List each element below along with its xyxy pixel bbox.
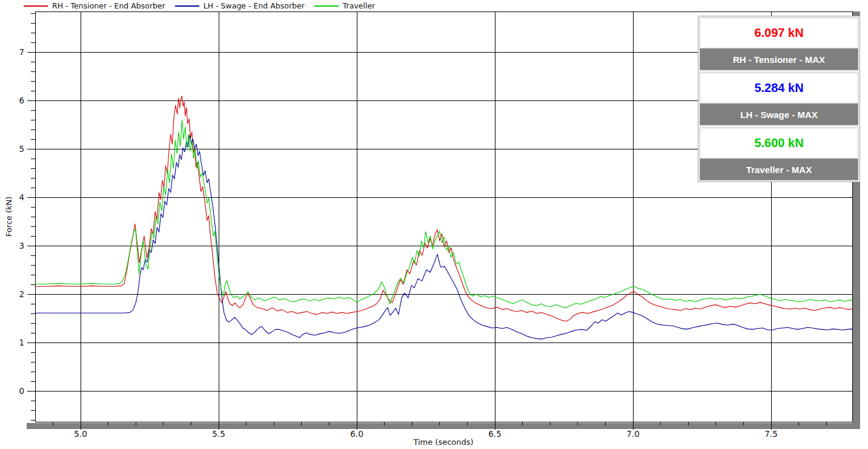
max-value-rh-tensioner: 6.097 kN <box>700 18 858 48</box>
y-tick-label: 2 <box>19 289 24 299</box>
x-tick-label: 7.0 <box>626 429 639 439</box>
max-label-traveller: Traveller - MAX <box>700 159 858 180</box>
max-label-rh-tensioner: RH - Tensioner - MAX <box>700 48 858 70</box>
max-value-lh-swage: 5.284 kN <box>700 73 858 103</box>
max-label-lh-swage: LH - Swage - MAX <box>700 103 858 125</box>
max-value-traveller: 5.600 kN <box>700 128 858 159</box>
max-readouts-panel: 6.097 kN RH - Tensioner - MAX 5.284 kN L… <box>698 16 860 182</box>
max-readout-rh-tensioner: 6.097 kN RH - Tensioner - MAX <box>700 18 858 70</box>
x-axis-title: Time (seconds) <box>413 438 473 447</box>
y-tick-label: 4 <box>19 192 24 202</box>
max-readout-lh-swage: 5.284 kN LH - Swage - MAX <box>700 73 858 125</box>
x-tick-label: 7.5 <box>764 429 777 439</box>
x-tick-label: 6.0 <box>350 429 363 439</box>
x-tick-label: 5.5 <box>212 429 225 439</box>
max-readout-traveller: 5.600 kN Traveller - MAX <box>700 128 858 180</box>
y-tick-label: 7 <box>19 47 24 57</box>
y-tick-label: 6 <box>19 96 24 105</box>
y-tick-label: 1 <box>19 338 24 347</box>
y-tick-label: 5 <box>19 144 24 154</box>
measurement-chart-window: RH - Tensioner - End Absorber LH - Swage… <box>0 0 868 449</box>
y-tick-label: 0 <box>19 386 24 396</box>
x-tick-label: 5.0 <box>74 429 87 439</box>
y-tick-label: 3 <box>19 241 24 251</box>
y-axis-title: Force (kN) <box>4 197 13 237</box>
x-tick-label: 6.5 <box>488 429 501 439</box>
